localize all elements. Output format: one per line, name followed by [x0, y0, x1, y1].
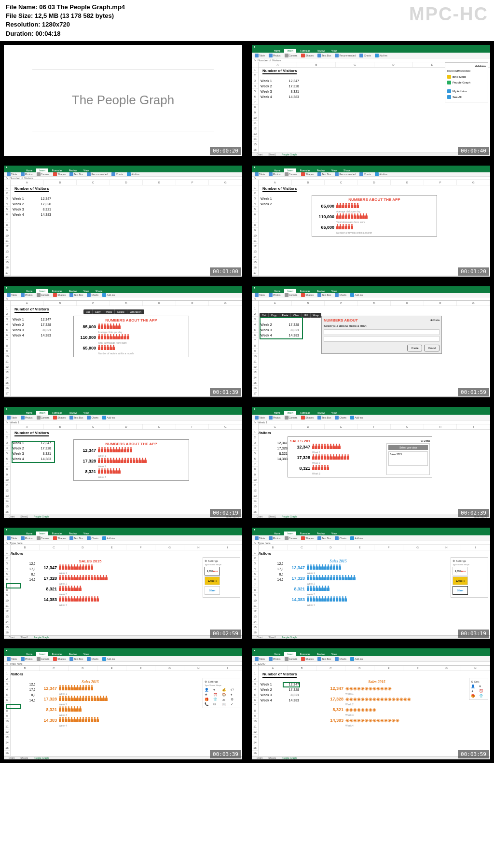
thumbnail[interactable]: ● HomeInsertFormulasReviewView TablePhot… [0, 162, 246, 280]
thumbnail[interactable]: ● HomeInsertFormulasReviewViewShape Tabl… [248, 162, 494, 280]
row-headers[interactable]: 12345678910111213141516 [252, 62, 259, 153]
mpc-watermark: MPC-HC [409, 4, 488, 25]
cancel-button[interactable]: Cancel [424, 345, 439, 351]
addin-people-graph[interactable]: People Graph [447, 80, 486, 85]
timestamp: 00:02:59 [210, 630, 241, 638]
phone-icon: 📞 [205, 702, 212, 706]
thumbnail[interactable]: ● HomeInsertFormulasReviewView TablePhot… [248, 644, 494, 763]
addin-all[interactable]: See All [447, 94, 486, 100]
check-icon: ✓ [231, 702, 238, 706]
diamond-icon: ♦ [231, 693, 238, 697]
people-graph[interactable]: NUMBERS ABOUT THE APP 85,000 Average cli… [312, 195, 437, 237]
addin-bing[interactable]: Bing Maps [447, 74, 486, 80]
thumbnail[interactable]: ● HomeInsertFormulasReviewView TablePhot… [0, 403, 246, 522]
thumbnail[interactable]: ● HomeInsertFormulasReviewView TablePhot… [248, 403, 494, 522]
thumbnail[interactable]: ● HomeInsertFormulasReviewView TablePhot… [0, 644, 246, 763]
thumbnail[interactable]: ● HomeInsertFormulasReviewView TablePhot… [248, 282, 494, 401]
home-icon: 🏠 [222, 693, 230, 697]
timestamp: 00:01:20 [458, 267, 489, 276]
addins-panel[interactable]: Add-ins RECOMMENDED Bing Maps People Gra… [445, 62, 488, 102]
status-bar: ChartSheet1People Graph [252, 153, 490, 156]
star-icon: ★ [205, 693, 212, 697]
timestamp: 00:03:59 [458, 750, 489, 758]
timestamp: 00:00:40 [458, 147, 489, 155]
mail-icon: ✉ [213, 702, 221, 706]
create-button[interactable]: Create [407, 345, 422, 351]
thumbnail-grid: The People Graph 00:00:20 ● HomeInsertFo… [0, 41, 494, 763]
slide-title: The People Graph [72, 93, 174, 108]
toolbar[interactable]: Table Photos Camera Shapes Text Box Reco… [252, 53, 490, 58]
ribbon: ● [252, 45, 490, 49]
settings-panel[interactable]: ⚙ Settings Type Theme Shape 9,000 ♦♦♦♦ 1… [203, 557, 240, 598]
shirt-icon: 👕 [213, 698, 221, 701]
clock-icon: ⏰ [213, 693, 221, 697]
timestamp: 00:03:39 [210, 750, 241, 758]
person-icon: 👤 [205, 688, 212, 692]
addin-my[interactable]: My Add-ins [447, 88, 486, 94]
context-menu[interactable]: CutCopyPasteDeleteEdit Add-in [83, 309, 144, 314]
thumbnail[interactable]: ● HomeInsertFormulasReviewView TablePhot… [248, 524, 494, 643]
thumbnail[interactable]: ● HomeInsertFormulasReviewViewShape Tabl… [0, 282, 246, 401]
thumbnail[interactable]: ● HomeInsertFormulasReviewView TablePhot… [0, 524, 246, 643]
timestamp: 00:02:39 [458, 509, 489, 517]
timestamp: 00:02:19 [210, 509, 241, 517]
cloud-icon: ☁ [222, 698, 230, 701]
timestamp: 00:01:00 [210, 267, 241, 276]
money-icon: 💰 [222, 688, 230, 692]
thumbnail[interactable]: ● HomeInsertFormulasReviewView Table Pho… [248, 41, 494, 160]
timestamp: 00:00:20 [210, 147, 241, 155]
thumbnail[interactable]: The People Graph 00:00:20 [0, 41, 246, 160]
formula-bar[interactable]: fx Number of Visitors [252, 58, 490, 62]
timestamp: 00:03:19 [458, 630, 489, 638]
heart-icon: ♥ [213, 688, 221, 692]
tag-icon: 🏷 [231, 688, 238, 692]
ribbon-tabs[interactable]: HomeInsertFormulasReviewView [252, 49, 490, 53]
timestamp: 00:01:39 [210, 388, 241, 396]
gift-icon: 🎁 [205, 698, 212, 701]
book-icon: 📖 [222, 702, 230, 706]
timestamp: 00:01:59 [458, 388, 489, 396]
gear-icon: ⚙ [231, 698, 238, 701]
